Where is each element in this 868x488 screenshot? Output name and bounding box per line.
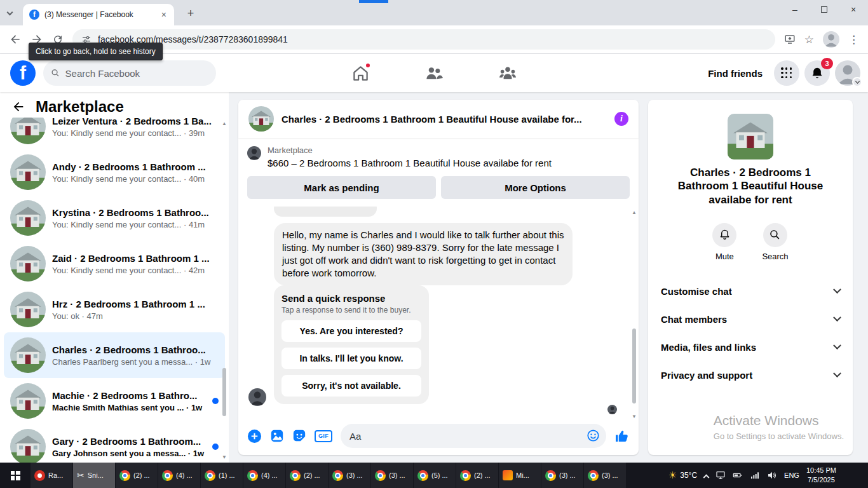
conversation-row[interactable]: Zaid · 2 Bedrooms 1 Bathroom 1 ... You: … — [4, 241, 225, 287]
browser-tab[interactable]: f (3) Messenger | Facebook × — [23, 4, 174, 25]
conversation-row-selected[interactable]: Charles · 2 Bedrooms 1 Bathroo... Charle… — [4, 332, 225, 378]
browser-menu-icon[interactable]: ⋮ — [848, 33, 859, 46]
back-arrow-icon[interactable] — [11, 100, 25, 114]
conversation-row[interactable]: Gary · 2 Bedrooms 1 Bathroom... Gary Joh… — [4, 424, 225, 463]
taskbar-item[interactable]: (3) ... — [371, 463, 413, 488]
photo-icon[interactable] — [270, 429, 284, 443]
window-controls: – × — [780, 0, 868, 19]
taskbar-item[interactable]: (2) ... — [286, 463, 328, 488]
battery-icon[interactable] — [733, 470, 743, 480]
quick-response-title: Send a quick response — [281, 293, 421, 304]
mute-button[interactable]: Mute — [712, 223, 736, 261]
chat-title[interactable]: Charles · 2 Bedrooms 1 Bathroom 1 Beauti… — [281, 114, 607, 125]
message-input-wrapper — [341, 424, 606, 448]
network-icon[interactable] — [750, 470, 760, 480]
chat-scrollbar[interactable]: ▲ ▼ — [630, 209, 638, 421]
address-bar[interactable]: facebook.com/messages/t/2387728360189984… — [72, 29, 775, 50]
scroll-up-icon[interactable]: ▲ — [220, 120, 228, 128]
language-indicator[interactable]: ENG — [784, 471, 799, 479]
tray-expand-chevron-icon[interactable] — [703, 474, 710, 480]
minimize-icon[interactable]: – — [780, 0, 810, 19]
sidebar-scrollbar[interactable]: ▲ ▼ — [220, 120, 228, 461]
volume-icon[interactable] — [767, 470, 777, 480]
emoji-icon[interactable] — [587, 429, 600, 442]
scroll-up-icon[interactable]: ▲ — [630, 209, 638, 217]
listing-image[interactable] — [728, 114, 773, 159]
monitor-icon[interactable] — [715, 470, 726, 480]
conversation-row[interactable]: Andy · 2 Bedrooms 1 Bathroom ... You: Ki… — [4, 149, 225, 195]
conversation-row[interactable]: Machie · 2 Bedrooms 1 Bathro... Machie S… — [4, 378, 225, 424]
like-thumb-icon[interactable] — [614, 428, 630, 444]
notification-badge: 3 — [821, 58, 833, 69]
install-icon[interactable] — [784, 34, 796, 45]
tab-friends[interactable] — [419, 58, 449, 88]
search-input[interactable] — [65, 68, 208, 79]
scroll-down-icon[interactable]: ▼ — [630, 413, 638, 421]
gif-icon[interactable]: GIF — [315, 430, 332, 442]
taskbar-item[interactable]: (1) ... — [201, 463, 243, 488]
maximize-icon[interactable] — [810, 0, 839, 19]
top-blue-strip — [359, 0, 388, 3]
search-in-conversation-button[interactable]: Search — [762, 223, 788, 261]
back-icon[interactable] — [9, 33, 22, 46]
chat-header: Charles · 2 Bedrooms 1 Bathroom 1 Beauti… — [238, 100, 639, 138]
quick-response-option[interactable]: In talks. I'll let you know. — [281, 348, 421, 369]
find-friends-button[interactable]: Find friends — [702, 63, 769, 84]
tab-groups[interactable] — [492, 58, 523, 88]
sidebar-title: Marketplace — [36, 98, 124, 116]
mark-as-pending-button[interactable]: Mark as pending — [247, 176, 436, 199]
chrome-icon — [460, 470, 471, 481]
taskbar-item-active[interactable]: ✂ Sni... — [73, 463, 115, 488]
conversation-time: 1w — [186, 449, 204, 458]
new-tab-button[interactable]: + — [183, 6, 198, 22]
notifications-button[interactable]: 3 — [804, 60, 830, 86]
apps-menu-button[interactable] — [774, 60, 799, 86]
conversation-info-icon[interactable]: i — [614, 112, 628, 126]
scrollbar-thumb[interactable] — [632, 329, 636, 403]
close-window-icon[interactable]: × — [839, 0, 868, 19]
taskbar-item[interactable]: (3) ... — [329, 463, 370, 488]
taskbar-item[interactable]: Mi... — [499, 463, 541, 488]
tab-home[interactable] — [345, 58, 376, 88]
taskbar-item[interactable]: (3) ... — [584, 463, 626, 488]
chrome-icon — [205, 470, 215, 481]
taskbar-item[interactable]: Ra... — [31, 463, 72, 488]
tab-search-chevron-icon[interactable] — [7, 10, 13, 16]
taskbar-item[interactable]: (5) ... — [414, 463, 456, 488]
system-tray: ☀ 35°C ENG 10:45 PM 7/5/2025 — [665, 463, 868, 488]
section-customise-chat[interactable]: Customise chat — [648, 278, 853, 306]
scroll-down-icon[interactable]: ▼ — [220, 454, 228, 461]
facebook-logo[interactable]: f — [10, 60, 36, 86]
conversation-row[interactable]: Krystina · 2 Bedrooms 1 Bathroo... You: … — [4, 195, 225, 241]
taskbar-item[interactable]: (4) ... — [243, 463, 285, 488]
sticker-icon[interactable] — [292, 429, 306, 443]
more-options-button[interactable]: More Options — [441, 176, 630, 199]
bookmark-star-icon[interactable]: ☆ — [804, 33, 814, 46]
notifications-bell-icon — [811, 67, 824, 79]
windows-logo-icon — [11, 471, 20, 480]
chat-avatar[interactable] — [248, 106, 274, 132]
section-media-files-links[interactable]: Media, files and links — [648, 334, 853, 362]
notification-center-icon[interactable] — [843, 470, 854, 481]
scrollbar-thumb[interactable] — [222, 368, 226, 416]
chevron-down-icon — [833, 342, 841, 350]
quick-response-option[interactable]: Sorry, it's not available. — [281, 375, 421, 396]
account-button[interactable] — [835, 60, 860, 86]
section-chat-members[interactable]: Chat members — [648, 306, 853, 334]
conversation-row[interactable]: Hrz · 2 Bedrooms 1 Bathroom 1 ... You: o… — [4, 287, 225, 332]
message-input[interactable] — [349, 431, 581, 442]
taskbar-item[interactable]: (2) ... — [456, 463, 498, 488]
taskbar-item[interactable]: (4) ... — [158, 463, 200, 488]
browser-profile-avatar[interactable] — [823, 31, 839, 48]
taskbar-item[interactable]: (3) ... — [541, 463, 583, 488]
section-privacy-support[interactable]: Privacy and support — [648, 362, 853, 390]
plus-icon[interactable] — [247, 429, 262, 444]
tab-close-icon[interactable]: × — [160, 10, 168, 19]
start-button[interactable] — [0, 463, 31, 488]
taskbar-clock[interactable]: 10:45 PM 7/5/2025 — [806, 466, 836, 485]
weather-widget[interactable]: ☀ 35°C — [668, 470, 697, 481]
taskbar-item[interactable]: (2) ... — [116, 463, 158, 488]
facebook-search[interactable] — [43, 60, 216, 86]
message-list: Hello, my name is Charles and I would li… — [238, 207, 639, 422]
quick-response-option[interactable]: Yes. Are you interested? — [281, 320, 421, 342]
